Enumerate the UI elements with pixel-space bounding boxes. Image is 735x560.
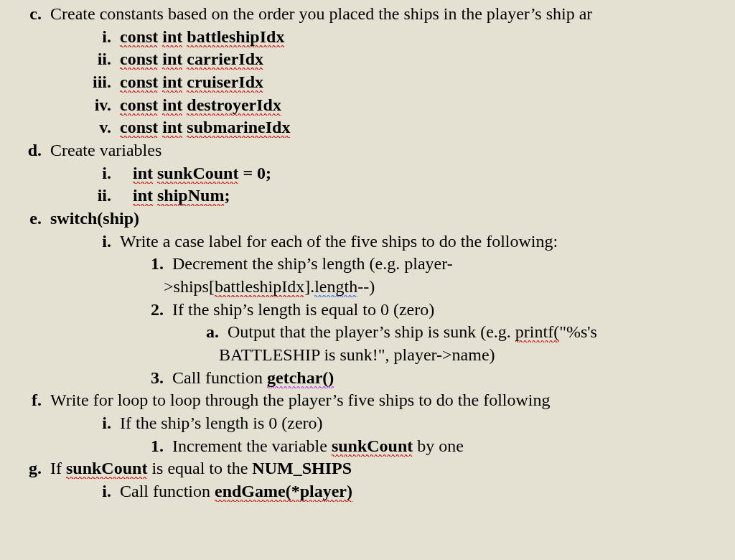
const-decl: const int battleshipIdx — [120, 26, 284, 49]
marker-e-i: i. — [0, 230, 120, 253]
text-g-i: Call function endGame(*player) — [120, 480, 352, 503]
kw-int: int — [133, 186, 153, 206]
item-g: g. If sunkCount is equal to the NUM_SHIP… — [0, 457, 735, 480]
item-e-i-3: 3. Call function getchar() — [0, 367, 735, 390]
text-frag: Call function — [172, 368, 267, 387]
text-e-i-2-a-line1: Output that the player’s ship is sunk (e… — [228, 321, 597, 344]
marker-d: d. — [0, 139, 50, 162]
text-f: Write for loop to loop through the playe… — [50, 389, 550, 412]
ident-sunkCount: sunkCount — [66, 459, 147, 479]
item-c-iv: iv. const int destroyerIdx — [0, 94, 735, 117]
ident-carrierIdx: carrierIdx — [187, 50, 263, 70]
kw-const: const — [120, 95, 158, 116]
kw-const: const — [120, 27, 158, 47]
marker-f-i: i. — [0, 412, 120, 435]
kw-int: int — [162, 73, 182, 93]
decl-rest: = 0; — [238, 164, 271, 182]
marker-c-ii: ii. — [0, 48, 120, 71]
code-frag: >ships[ — [164, 277, 215, 296]
item-f-i: i. If the ship’s length is 0 (zero) — [0, 412, 735, 435]
item-e: e. switch(ship) — [0, 207, 735, 230]
text-e-i-2-a-line2: BATTLESHIP is sunk!", player->name) — [219, 344, 495, 367]
kw-const: const — [120, 73, 158, 93]
kw-int: int — [162, 95, 182, 116]
text-frag: If — [50, 459, 66, 477]
kw-int: int — [133, 164, 153, 184]
ident-shipNum: shipNum — [157, 186, 224, 206]
marker-f-i-1: 1. — [0, 435, 172, 458]
item-g-i: i. Call function endGame(*player) — [0, 480, 735, 503]
ident-battleshipIdx: battleshipIdx — [187, 27, 284, 47]
marker-c: c. — [0, 3, 50, 26]
item-e-i-2-a: a. Output that the player’s ship is sunk… — [0, 321, 735, 344]
item-c-v: v. const int submarineIdx — [0, 116, 735, 139]
marker-g: g. — [0, 457, 50, 480]
text-f-i-1: Increment the variable sunkCount by one — [172, 435, 464, 458]
item-e-i-2-a-cont: BATTLESHIP is sunk!", player->name) — [0, 344, 735, 367]
marker-c-v: v. — [0, 116, 120, 139]
text-e-i-2: If the ship’s length is equal to 0 (zero… — [172, 299, 434, 322]
marker-e-i-1: 1. — [0, 253, 172, 276]
const-decl: const int cruiserIdx — [120, 71, 263, 94]
var-decl: int sunkCount = 0; — [120, 162, 271, 185]
code-frag: --) — [357, 277, 375, 296]
text-c: Create constants based on the order you … — [50, 3, 592, 26]
marker-e-i-3: 3. — [0, 367, 172, 390]
marker-c-iv: iv. — [0, 94, 120, 117]
switch-stmt: switch(ship) — [50, 207, 139, 230]
item-d-i: i. int sunkCount = 0; — [0, 162, 735, 185]
marker-f: f. — [0, 389, 50, 412]
const-decl: const int destroyerIdx — [120, 94, 281, 117]
kw-const: const — [120, 118, 158, 138]
marker-c-i: i. — [0, 26, 120, 49]
item-c-i: i. const int battleshipIdx — [0, 26, 735, 49]
ident-length: length — [314, 277, 357, 297]
ident-cruiserIdx: cruiserIdx — [187, 73, 263, 93]
item-c-ii: ii. const int carrierIdx — [0, 48, 735, 71]
call-printf: printf( — [515, 322, 559, 342]
code-frag: ]. — [304, 277, 314, 296]
item-d: d. Create variables — [0, 139, 735, 162]
text-g: If sunkCount is equal to the NUM_SHIPS — [50, 457, 352, 480]
ident-sunkCount: sunkCount — [157, 164, 238, 184]
ident-destroyerIdx: destroyerIdx — [187, 95, 281, 116]
item-d-ii: ii. int shipNum; — [0, 185, 735, 207]
text-frag: by one — [413, 437, 464, 455]
marker-e: e. — [0, 207, 50, 230]
text-frag: Call function — [120, 482, 215, 500]
text-e-i-1-line1: Decrement the ship’s length (e.g. player… — [172, 253, 453, 276]
marker-c-iii: iii. — [0, 71, 120, 94]
item-f: f. Write for loop to loop through the pl… — [0, 389, 735, 412]
item-e-i-2: 2. If the ship’s length is equal to 0 (z… — [0, 299, 735, 322]
item-c-iii: iii. const int cruiserIdx — [0, 71, 735, 94]
kw-int: int — [162, 118, 182, 138]
item-f-i-1: 1. Increment the variable sunkCount by o… — [0, 435, 735, 458]
const-decl: const int carrierIdx — [120, 48, 263, 71]
kw-int: int — [162, 50, 182, 70]
const-decl: const int submarineIdx — [120, 116, 290, 139]
document-page: c. Create constants based on the order y… — [0, 0, 735, 503]
const-NUM_SHIPS: NUM_SHIPS — [252, 459, 352, 477]
text-d: Create variables — [50, 139, 161, 162]
text-frag: is equal to the — [147, 459, 252, 477]
text-frag: Increment the variable — [172, 437, 332, 455]
text-e-i-1-line2: >ships[battleshipIdx].length--) — [164, 276, 375, 299]
call-getchar: getchar() — [267, 368, 334, 388]
kw-const: const — [120, 50, 158, 70]
decl-rest: ; — [224, 186, 230, 205]
var-decl: int shipNum; — [120, 185, 230, 207]
ident-submarineIdx: submarineIdx — [187, 118, 290, 138]
item-c: c. Create constants based on the order y… — [0, 3, 735, 26]
marker-d-i: i. — [0, 162, 120, 185]
text-e-i: Write a case label for each of the five … — [120, 230, 558, 253]
item-e-i-1: 1. Decrement the ship’s length (e.g. pla… — [0, 253, 735, 276]
text-e-i-3: Call function getchar() — [172, 367, 334, 390]
marker-e-i-2-a: a. — [0, 321, 228, 344]
kw-int: int — [162, 27, 182, 47]
marker-g-i: i. — [0, 480, 120, 503]
item-e-i-1-cont: >ships[battleshipIdx].length--) — [0, 276, 735, 299]
marker-d-ii: ii. — [0, 185, 120, 207]
code-frag: "%s's — [559, 322, 597, 341]
ident-battleshipIdx: battleshipIdx — [215, 277, 304, 297]
text-frag: Output that the player’s ship is sunk (e… — [228, 322, 515, 341]
